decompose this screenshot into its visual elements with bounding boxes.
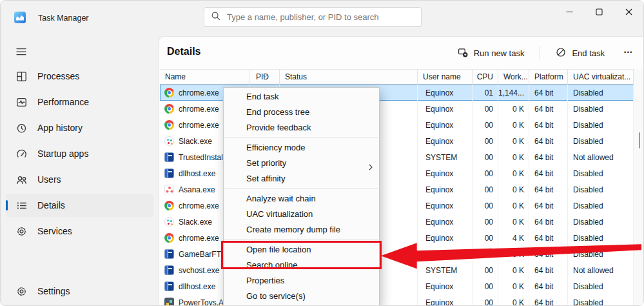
column-header-working-set[interactable]: Work... [498, 70, 529, 84]
uac-cell: Disabled [568, 246, 634, 262]
cpu-cell: 00 [473, 214, 498, 230]
column-header-platform[interactable]: Platform [529, 70, 568, 84]
menu-item-efficiency-mode[interactable]: Efficiency mode [224, 140, 379, 156]
run-new-task-icon [458, 47, 468, 59]
column-header-name[interactable]: Name [160, 70, 249, 84]
chrome-icon [164, 201, 174, 210]
title-bar: Task Manager [1, 1, 643, 36]
menu-item-create-memory-dump-file[interactable]: Create memory dump file [224, 222, 379, 238]
work-cell: 0 K [498, 117, 529, 133]
sidebar-item-details[interactable]: Details [6, 194, 153, 217]
platform-cell: 64 bit [529, 214, 568, 230]
work-cell: 0 K [498, 149, 529, 165]
sidebar-item-app-history[interactable]: App history [6, 116, 153, 139]
close-button[interactable] [614, 1, 643, 23]
work-cell: 0 K [498, 133, 529, 149]
sidebar-item-settings[interactable]: Settings [6, 280, 153, 303]
process-name: chrome.exe [179, 105, 219, 114]
column-header-status[interactable]: Status [280, 70, 418, 84]
process-name: chrome.exe [179, 121, 219, 130]
cpu-cell: 01 [473, 85, 498, 101]
user-cell: Equinox [418, 133, 473, 149]
menu-item-properties[interactable]: Properties [224, 273, 379, 289]
uac-cell: Disabled [568, 230, 634, 246]
user-cell: Equinox [418, 117, 473, 133]
app-window-icon [164, 265, 174, 275]
sidebar-item-startup-apps[interactable]: Startup apps [6, 142, 153, 165]
users-icon [16, 174, 27, 185]
user-cell: SYSTEM [418, 149, 473, 165]
app-history-icon [16, 123, 27, 134]
uac-cell: Disabled [568, 85, 634, 101]
cpu-cell: 00 [473, 246, 498, 262]
sidebar-item-label: Settings [37, 286, 70, 296]
menu-item-go-to-services[interactable]: Go to service(s) [224, 289, 379, 304]
maximize-button[interactable] [584, 1, 614, 23]
cpu-cell: 00 [473, 181, 498, 198]
search-input[interactable] [227, 12, 415, 22]
minimize-button[interactable] [554, 1, 584, 23]
slack-icon [164, 217, 174, 227]
task-manager-window: Task Manager [0, 0, 644, 306]
column-header-user-name[interactable]: User name [418, 70, 473, 84]
vertical-scrollbar[interactable] [634, 69, 644, 306]
user-cell: SYSTEM [418, 262, 473, 278]
column-header-pid[interactable]: PID [249, 70, 280, 84]
user-cell: Equinox [418, 181, 473, 198]
user-cell: Equinox [418, 214, 473, 230]
user-cell: Equinox [418, 230, 473, 246]
more-options-button[interactable]: ••• [620, 45, 637, 61]
details-icon [16, 200, 27, 211]
user-cell: Equinox [418, 198, 473, 214]
page-title: Details [167, 46, 200, 57]
run-new-task-button[interactable]: Run new task [453, 43, 530, 63]
process-name: chrome.exe [179, 201, 219, 210]
app-window-icon [164, 281, 174, 291]
work-cell: 1,144... [498, 85, 529, 101]
annotation-highlight-box [221, 241, 382, 269]
menu-separator [224, 189, 378, 189]
end-task-icon [556, 47, 566, 59]
sidebar-item-processes[interactable]: Processes [6, 65, 153, 88]
navigation-menu-button[interactable] [10, 41, 33, 62]
cpu-cell: 00 [473, 165, 498, 181]
uac-cell: Not allowed [568, 149, 634, 165]
context-menu: End task End process tree Provide feedba… [223, 87, 380, 306]
settings-icon [16, 286, 27, 297]
cpu-cell: 00 [473, 278, 498, 294]
cpu-cell: 00 [473, 149, 498, 165]
menu-item-end-task[interactable]: End task [224, 89, 379, 105]
menu-item-uac-virtualization[interactable]: UAC virtualization [224, 207, 379, 222]
end-task-button[interactable]: End task [551, 43, 610, 63]
sidebar-item-services[interactable]: Services [6, 219, 153, 243]
menu-item-end-process-tree[interactable]: End process tree [224, 105, 379, 120]
menu-item-provide-feedback[interactable]: Provide feedback [224, 120, 379, 136]
scrollbar-thumb[interactable] [639, 132, 641, 148]
startup-apps-icon [16, 148, 27, 159]
uac-cell: Disabled [568, 165, 634, 181]
slack-icon [164, 136, 174, 146]
menu-item-set-affinity[interactable]: Set affinity [224, 171, 379, 187]
column-header-cpu[interactable]: CPU [473, 70, 498, 84]
platform-cell: 64 bit [529, 181, 568, 198]
process-name: dllhost.exe [179, 169, 215, 178]
sidebar-item-label: Processes [37, 71, 79, 81]
sidebar-item-performance[interactable]: Performance [6, 90, 153, 114]
work-cell: 0 K [498, 214, 529, 230]
menu-item-set-priority[interactable]: Set priority [224, 156, 379, 171]
uac-cell: Disabled [568, 198, 634, 214]
menu-item-analyze-wait-chain[interactable]: Analyze wait chain [224, 191, 379, 207]
search-box[interactable] [204, 7, 422, 27]
sidebar-item-users[interactable]: Users [6, 168, 153, 191]
processes-icon [16, 71, 27, 82]
platform-cell: 64 bit [529, 117, 568, 133]
process-name: GameBarFTS [179, 250, 226, 259]
menu-separator [224, 240, 378, 240]
column-header-uac-virtualization[interactable]: UAC virtualizat... [568, 70, 634, 84]
chrome-icon [164, 104, 174, 114]
sidebar-item-label: Services [37, 226, 72, 236]
sidebar-item-label: Users [37, 174, 61, 185]
uac-cell: Not allowed [568, 262, 634, 278]
platform-cell: 64 bit [529, 85, 568, 101]
process-name: TrustedInstall [179, 153, 225, 162]
